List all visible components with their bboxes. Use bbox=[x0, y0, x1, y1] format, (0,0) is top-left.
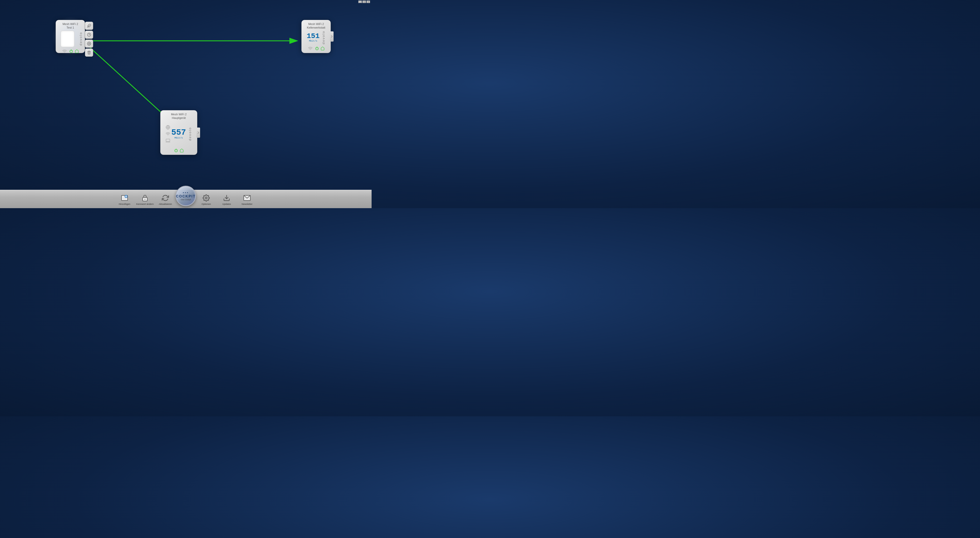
device-card-test1[interactable]: Mesh WiFi 2 Test 1 devolo bbox=[56, 20, 85, 53]
svg-point-18 bbox=[145, 199, 145, 200]
cockpit-circle[interactable]: ⌖⌖⌖ COCKPIT Über Cockpit bbox=[176, 186, 196, 206]
toolbar-aktualisieren[interactable]: Aktualisieren bbox=[155, 190, 176, 208]
updates-icon bbox=[223, 194, 231, 202]
card-test1-body: devolo bbox=[58, 31, 83, 47]
toolbar: Hinzufügen Kennwort ändern A bbox=[0, 190, 372, 208]
card-test1-title: Mesh WiFi 2 Test 1 bbox=[62, 22, 78, 30]
devolo-label-keller: devolo bbox=[321, 31, 325, 44]
haupt-icons bbox=[165, 125, 170, 143]
aktualisieren-label: Aktualisieren bbox=[159, 203, 172, 206]
power-status-test1 bbox=[69, 49, 79, 53]
power-status-keller bbox=[315, 46, 325, 51]
card-haupt-body: 557 Mbit/s devolo bbox=[162, 121, 195, 147]
optionen-label: Optionen bbox=[202, 203, 211, 206]
context-settings[interactable] bbox=[85, 40, 93, 48]
kennwort-label: Kennwort ändern bbox=[136, 203, 154, 206]
haupt-scroll[interactable] bbox=[197, 127, 200, 138]
optionen-icon bbox=[202, 194, 210, 202]
card-haupt-status bbox=[174, 148, 184, 152]
context-menu-test1 bbox=[85, 22, 93, 57]
close-btn[interactable]: × bbox=[366, 0, 370, 3]
context-help[interactable] bbox=[85, 31, 93, 39]
wifi-status-keller bbox=[308, 46, 313, 51]
hinzufuegen-label: Hinzufügen bbox=[119, 203, 130, 206]
device-card-keller[interactable]: Mesh WiFi 2 Kellerwerkstatt 151 Mbit/s d… bbox=[301, 20, 331, 53]
kennwort-icon bbox=[141, 194, 149, 202]
toolbar-updates[interactable]: Updates bbox=[216, 190, 237, 208]
power-status-haupt bbox=[174, 148, 184, 152]
svg-point-9 bbox=[310, 50, 310, 50]
card-haupt-title: Mesh WiFi 2 Hauptgerät bbox=[171, 113, 186, 120]
device-card-haupt[interactable]: Mesh WiFi 2 Hauptgerät bbox=[160, 110, 197, 155]
newsletter-icon bbox=[243, 194, 251, 202]
svg-point-19 bbox=[205, 197, 207, 199]
maximize-btn[interactable]: □ bbox=[363, 0, 366, 3]
svg-point-8 bbox=[89, 43, 89, 44]
context-rename[interactable] bbox=[85, 22, 93, 30]
cockpit-sub-text: Über Cockpit bbox=[181, 199, 191, 200]
minimize-btn[interactable]: _ bbox=[358, 0, 362, 3]
card-keller-body: 151 Mbit/s devolo bbox=[304, 31, 328, 44]
svg-point-11 bbox=[168, 135, 168, 136]
wifi-status-test1 bbox=[62, 49, 67, 54]
card-keller-status bbox=[308, 46, 325, 51]
hinzufuegen-icon bbox=[121, 194, 128, 202]
devolo-label-test1: devolo bbox=[79, 32, 83, 46]
toolbar-items-left: Hinzufügen Kennwort ändern A bbox=[115, 190, 176, 208]
devolo-label-haupt: devolo bbox=[188, 127, 192, 141]
svg-point-4 bbox=[64, 52, 65, 53]
toolbar-kennwort[interactable]: Kennwort ändern bbox=[135, 190, 155, 208]
updates-label: Updates bbox=[222, 203, 231, 206]
haupt-speed: 557 Mbit/s bbox=[171, 129, 186, 139]
window-controls: _ □ × bbox=[358, 0, 370, 3]
main-canvas: Mesh WiFi 2 Test 1 devolo bbox=[0, 0, 372, 190]
toolbar-hinzufuegen[interactable]: Hinzufügen bbox=[115, 190, 135, 208]
card-keller-title: Mesh WiFi 2 Kellerwerkstatt bbox=[307, 22, 325, 30]
cockpit-main-text: COCKPIT bbox=[176, 194, 196, 198]
svg-rect-12 bbox=[166, 139, 170, 141]
cockpit-logo[interactable]: ⌖⌖⌖ COCKPIT Über Cockpit bbox=[176, 186, 196, 206]
keller-speed: 151 Mbit/s bbox=[307, 33, 320, 42]
newsletter-label: Newsletter bbox=[242, 203, 253, 206]
toolbar-optionen[interactable]: Optionen bbox=[196, 190, 216, 208]
card-test1-status bbox=[62, 49, 79, 54]
context-delete[interactable] bbox=[85, 48, 93, 57]
keller-scroll[interactable] bbox=[330, 32, 334, 41]
toolbar-items-right: Optionen Updates Newsletter bbox=[196, 190, 257, 208]
toolbar-newsletter[interactable]: Newsletter bbox=[237, 190, 257, 208]
aktualisieren-icon bbox=[162, 194, 169, 202]
cockpit-top-text: ⌖⌖⌖ bbox=[183, 192, 189, 194]
